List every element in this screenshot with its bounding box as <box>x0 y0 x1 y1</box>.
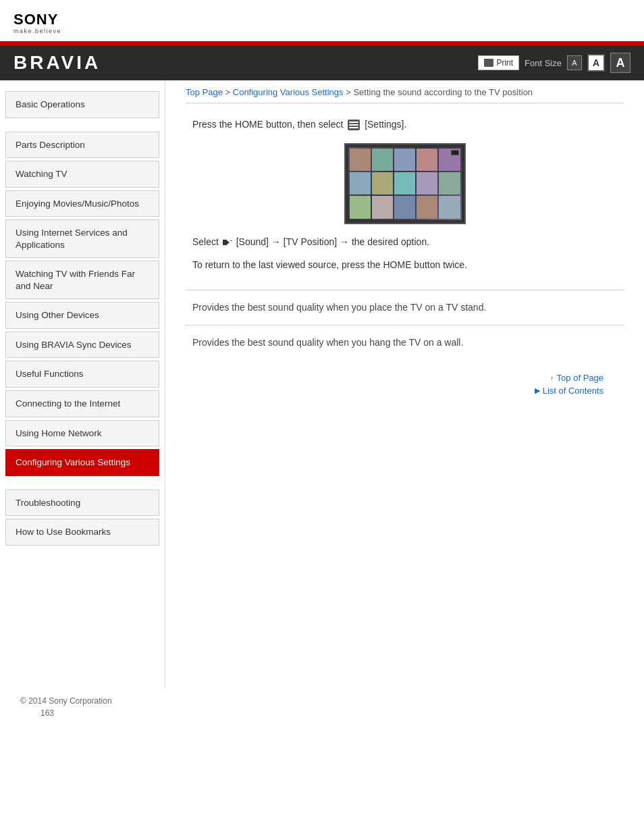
sidebar-item-parts-description[interactable]: Parts Description <box>5 132 159 159</box>
sidebar-item-troubleshooting[interactable]: Troubleshooting <box>5 490 159 517</box>
bravia-title: BRAVIA <box>14 52 101 74</box>
up-arrow-icon: ↑ <box>550 374 554 382</box>
step1-text: Press the HOME button, then select [Sett… <box>192 117 617 133</box>
main-layout: Basic Operations Parts Description Watch… <box>0 80 644 688</box>
breadcrumb-configuring[interactable]: Configuring Various Settings <box>233 87 344 97</box>
step1-section: Press the HOME button, then select [Sett… <box>186 103 624 290</box>
right-arrow-icon: ▶ <box>535 386 540 395</box>
font-size-label: Font Size <box>525 58 562 68</box>
sidebar-item-home-network[interactable]: Using Home Network <box>5 420 159 447</box>
font-medium-button[interactable]: A <box>587 54 605 72</box>
sony-tagline: make.believe <box>14 28 630 34</box>
font-small-button[interactable]: A <box>567 55 582 70</box>
page-number: 163 <box>20 706 112 718</box>
step1-body: Press the HOME button, then select [Sett… <box>186 117 624 273</box>
step2-text: Select [Sound] → [TV Position] → the des… <box>192 234 617 251</box>
list-of-contents-link[interactable]: ▶ List of Contents <box>535 386 603 396</box>
sony-header: SONY make.believe <box>0 0 644 41</box>
sidebar-item-useful-functions[interactable]: Useful Functions <box>5 361 159 388</box>
sidebar-item-connecting-internet[interactable]: Connecting to the Internet <box>5 390 159 417</box>
wall-mount-description: Provides the best sound quality when you… <box>192 335 617 350</box>
breadcrumb-sep2: > <box>344 87 354 97</box>
top-of-page-link[interactable]: ↑ Top of Page <box>550 373 603 383</box>
top-of-page-label: Top of Page <box>557 373 603 383</box>
copyright-text: © 2014 Sony Corporation <box>20 696 112 706</box>
content-area: Top Page > Configuring Various Settings … <box>165 80 644 688</box>
breadcrumb: Top Page > Configuring Various Settings … <box>186 80 624 103</box>
print-button[interactable]: Print <box>478 55 519 70</box>
breadcrumb-sep1: > <box>223 87 233 97</box>
sidebar-item-configuring-settings[interactable]: Configuring Various Settings <box>5 449 159 476</box>
tv-screenshot <box>344 143 466 224</box>
tv-stand-description: Provides the best sound quality when you… <box>192 300 617 315</box>
wall-mount-section: Provides the best sound quality when you… <box>186 325 624 359</box>
print-label: Print <box>496 58 513 68</box>
sidebar: Basic Operations Parts Description Watch… <box>0 80 165 688</box>
bravia-controls: Print Font Size A A A <box>478 53 630 73</box>
tv-stand-section: Provides the best sound quality when you… <box>186 290 624 324</box>
breadcrumb-top-page[interactable]: Top Page <box>186 87 223 97</box>
page-footer: ↑ Top of Page ▶ List of Contents <box>186 359 624 402</box>
font-large-button[interactable]: A <box>610 53 630 73</box>
list-of-contents-label: List of Contents <box>543 386 603 396</box>
sony-logo: SONY <box>14 12 630 27</box>
sidebar-item-enjoying-movies[interactable]: Enjoying Movies/Music/Photos <box>5 190 159 217</box>
breadcrumb-current: Setting the sound according to the TV po… <box>353 87 533 97</box>
print-icon <box>484 59 493 67</box>
sidebar-item-watching-tv[interactable]: Watching TV <box>5 161 159 188</box>
sidebar-item-watching-tv-friends[interactable]: Watching TV with Friends Far and Near <box>5 261 159 299</box>
sidebar-item-bravia-sync[interactable]: Using BRAVIA Sync Devices <box>5 332 159 359</box>
step3-text: To return to the last viewed source, pre… <box>192 257 617 273</box>
bravia-header-bar: BRAVIA Print Font Size A A A <box>0 45 644 80</box>
sidebar-item-bookmarks[interactable]: How to Use Bookmarks <box>5 519 159 546</box>
sidebar-item-other-devices[interactable]: Using Other Devices <box>5 302 159 329</box>
sidebar-item-basic-operations[interactable]: Basic Operations <box>5 91 159 118</box>
copyright-bar: © 2014 Sony Corporation 163 <box>0 688 644 731</box>
sidebar-item-internet-services[interactable]: Using Internet Services and Applications <box>5 219 159 258</box>
